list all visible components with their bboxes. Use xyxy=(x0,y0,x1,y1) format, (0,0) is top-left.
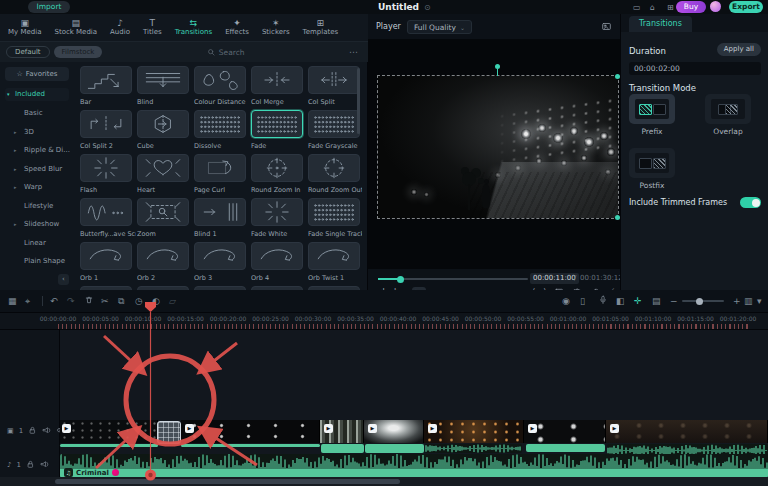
clip-audio-strip[interactable] xyxy=(60,444,158,447)
pip-icon[interactable] xyxy=(601,21,612,32)
sidebar-item-speed-blur[interactable]: ▸Speed Blur xyxy=(0,160,75,178)
track-height-icon[interactable]: ▥ xyxy=(744,295,753,307)
tab-transitions[interactable]: Transitions xyxy=(629,16,692,32)
crop-icon[interactable]: ⧉ xyxy=(118,295,124,307)
transition-page-curl[interactable] xyxy=(194,154,246,182)
zoom-slider[interactable] xyxy=(682,300,724,302)
tab-my-media[interactable]: ▣My Media xyxy=(8,18,41,37)
sidebar-item-plain-shape[interactable]: Plain Shape xyxy=(0,252,75,270)
mask-icon[interactable]: ▱ xyxy=(169,295,176,307)
video-clip[interactable] xyxy=(424,420,524,443)
chroma-key-icon[interactable]: ◐ xyxy=(152,295,160,307)
sidebar-item-lifestyle[interactable]: Lifestyle xyxy=(0,197,75,215)
fullscreen-icon[interactable]: ▭ xyxy=(633,3,641,12)
apply-all-button[interactable]: Apply all xyxy=(717,43,761,56)
transition-fade[interactable] xyxy=(251,110,303,138)
zoom-out-icon[interactable]: − xyxy=(670,295,678,307)
transition-cube[interactable] xyxy=(137,110,189,138)
transition-col-split-2[interactable] xyxy=(80,110,132,138)
expand-icon[interactable]: ▸ xyxy=(14,141,17,159)
seek-handle[interactable] xyxy=(397,276,404,283)
transition-orb-2[interactable] xyxy=(137,242,189,270)
delete-icon[interactable] xyxy=(84,295,94,305)
sidebar-item-ripple-di-[interactable]: ▸Ripple & Di... xyxy=(0,141,75,159)
mute-icon[interactable] xyxy=(40,460,49,469)
seek-bar[interactable] xyxy=(378,278,528,280)
undo-icon[interactable]: ↶ xyxy=(50,295,58,307)
video-frame[interactable] xyxy=(378,76,618,218)
speed-icon[interactable]: ◷ xyxy=(135,295,143,307)
redo-icon[interactable]: ↷ xyxy=(67,295,75,307)
auto-ripple-icon[interactable]: ✛ xyxy=(634,295,642,307)
video-clip[interactable] xyxy=(606,420,768,443)
tab-titles[interactable]: TTitles xyxy=(143,18,162,37)
favorites-button[interactable]: ☆ Favorites xyxy=(5,67,69,81)
transition-indicator[interactable]: ▶ xyxy=(185,424,194,433)
record-icon[interactable]: ◉ xyxy=(562,295,570,307)
transition-blind[interactable] xyxy=(137,66,189,94)
project-info-icon[interactable]: ⊙ xyxy=(424,3,431,12)
transition-flash[interactable] xyxy=(80,154,132,182)
tab-stock-media[interactable]: ▤Stock Media xyxy=(54,18,97,37)
transition-orb-1[interactable] xyxy=(80,242,132,270)
tab-effects[interactable]: ✦Effects xyxy=(225,18,249,37)
clip-audio-strip[interactable] xyxy=(321,444,364,453)
transition-indicator[interactable]: ▶ xyxy=(368,424,377,433)
transition-fade-white[interactable] xyxy=(251,198,303,226)
transition-fade-grayscale[interactable] xyxy=(308,110,360,138)
transition-drop-preview[interactable] xyxy=(157,421,181,444)
timeline-ruler[interactable]: 00:00:00:0000:00:05:0000:00:10:0000:00:1… xyxy=(0,313,768,330)
device-preview-icon[interactable]: ▯ xyxy=(580,295,585,307)
video-clip[interactable] xyxy=(60,420,158,443)
caret-down-icon[interactable]: ▾ xyxy=(757,295,762,307)
trimmed-frames-toggle[interactable] xyxy=(740,197,761,208)
transition-indicator[interactable]: ▶ xyxy=(62,424,71,433)
transition-indicator[interactable]: ▶ xyxy=(324,424,333,433)
video-clip[interactable] xyxy=(181,420,320,443)
transition-indicator[interactable]: ▶ xyxy=(428,424,437,433)
clip-audio-strip[interactable] xyxy=(365,444,424,453)
audio-clip[interactable]: ♫ Criminal xyxy=(60,454,768,478)
lock-icon[interactable] xyxy=(26,460,35,469)
transform-handle-top-right[interactable] xyxy=(615,74,620,79)
import-button[interactable]: Import xyxy=(28,1,70,13)
transition-dissolve[interactable] xyxy=(194,110,246,138)
clip-audio-strip[interactable] xyxy=(425,444,522,453)
tab-audio[interactable]: ♪Audio xyxy=(110,18,130,37)
transition-orb-4[interactable] xyxy=(251,242,303,270)
mode-overlap[interactable] xyxy=(705,94,751,124)
default-tab[interactable]: Default xyxy=(6,46,50,58)
export-button[interactable]: Export xyxy=(729,1,763,13)
transform-handle-top[interactable] xyxy=(495,64,500,69)
transition-orb-3[interactable] xyxy=(194,242,246,270)
timeline-scrollbar[interactable] xyxy=(0,477,768,486)
transition-col-split[interactable] xyxy=(308,66,360,94)
voiceover-icon[interactable] xyxy=(598,295,608,305)
clip-audio-strip[interactable] xyxy=(526,444,605,452)
transition-colour-distance[interactable] xyxy=(194,66,246,94)
zoom-slider-handle[interactable] xyxy=(696,298,703,305)
avatar[interactable] xyxy=(710,1,721,12)
sidebar-item-warp[interactable]: ▸Warp xyxy=(0,178,75,196)
transition-orb-twist-1[interactable] xyxy=(308,242,360,270)
sidebar-item-3d[interactable]: ▸3D xyxy=(0,123,75,141)
sidebar-item-linear[interactable]: Linear xyxy=(0,234,75,252)
expand-icon[interactable]: ▸ xyxy=(14,160,17,178)
transition-heart[interactable] xyxy=(137,154,189,182)
transition-round-zoom-in[interactable] xyxy=(251,154,303,182)
mode-prefix[interactable] xyxy=(629,94,675,124)
expand-icon[interactable]: ▸ xyxy=(14,123,17,141)
quality-dropdown[interactable]: Full Quality⌄ xyxy=(407,20,472,34)
transform-handle-bottom-right[interactable] xyxy=(615,215,620,220)
collapse-sidebar-button[interactable]: ‹ xyxy=(58,274,69,285)
zoom-in-icon[interactable]: + xyxy=(733,295,741,307)
expand-icon[interactable]: ▸ xyxy=(14,215,17,233)
transition-indicator[interactable]: ▶ xyxy=(610,424,619,433)
transition-blind-1[interactable] xyxy=(194,198,246,226)
keyboard-shortcut-icon[interactable]: ▤ xyxy=(652,295,661,307)
lock-icon[interactable] xyxy=(28,426,37,435)
tab-transitions[interactable]: ⇆Transitions xyxy=(175,18,213,37)
screen-split-icon[interactable]: ◧ xyxy=(616,295,625,307)
search-input[interactable]: Search xyxy=(106,45,345,59)
filmstock-tab[interactable]: Filmstock xyxy=(54,46,103,58)
